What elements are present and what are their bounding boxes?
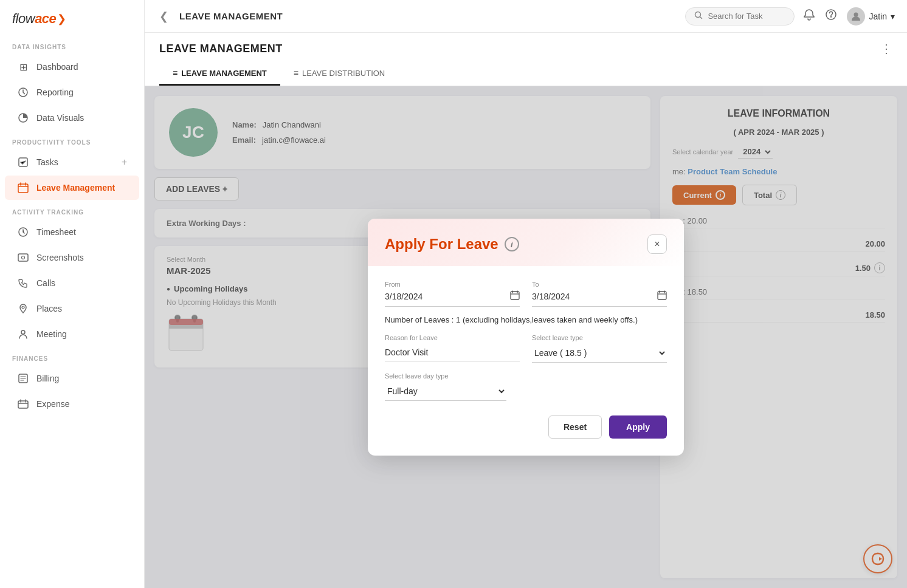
- svg-point-13: [854, 12, 858, 16]
- kebab-menu-button[interactable]: ⋮: [880, 41, 892, 56]
- calls-icon: [17, 277, 29, 289]
- sidebar-item-label: Dashboard: [36, 62, 78, 72]
- apply-button[interactable]: Apply: [609, 415, 667, 439]
- tab-label: LEAVE MANAGEMENT: [181, 69, 267, 78]
- day-type-field: Select leave day type Full-day: [385, 372, 506, 401]
- leave-type-select[interactable]: Leave ( 18.5 ): [532, 344, 667, 363]
- main-content: ❮ LEAVE MANAGEMENT Jatin ▾: [145, 0, 907, 588]
- sidebar-item-label: Places: [36, 304, 62, 313]
- modal-title: Apply For Leave: [385, 236, 498, 253]
- reason-type-row: Reason for Leave Select leave type Leave…: [385, 334, 667, 363]
- tab-icon: ≡: [294, 68, 298, 78]
- svg-point-7: [22, 306, 24, 309]
- notifications-icon[interactable]: [803, 9, 815, 24]
- tasks-icon: [17, 156, 29, 168]
- section-productivity: PRODUCTIVITY TOOLS: [0, 131, 144, 149]
- sidebar-item-label: Screenshots: [36, 253, 84, 262]
- search-input[interactable]: [708, 12, 787, 21]
- expense-icon: [17, 398, 29, 410]
- svg-point-8: [21, 330, 25, 334]
- leave-type-field: Select leave type Leave ( 18.5 ): [532, 334, 667, 363]
- svg-rect-31: [658, 292, 666, 299]
- from-calendar-icon[interactable]: [510, 290, 520, 303]
- svg-point-6: [22, 256, 25, 259]
- logo-bird-icon: ❯: [57, 12, 66, 26]
- user-dropdown-icon: ▾: [891, 12, 895, 21]
- modal-close-button[interactable]: ×: [647, 234, 667, 254]
- tasks-add-icon[interactable]: +: [122, 157, 127, 168]
- page-header-row: LEAVE MANAGEMENT ⋮: [159, 41, 892, 62]
- tab-icon: ≡: [173, 68, 178, 78]
- sidebar-item-billing[interactable]: Billing: [5, 366, 139, 391]
- svg-rect-10: [18, 401, 28, 408]
- sidebar-item-data-visuals[interactable]: Data Visuals: [5, 106, 139, 130]
- apply-leave-modal: Apply For Leave i × From: [368, 219, 684, 456]
- leave-management-icon: [17, 182, 29, 194]
- reason-field: Reason for Leave: [385, 334, 520, 363]
- to-label: To: [532, 281, 667, 288]
- sidebar-item-places[interactable]: Places: [5, 296, 139, 321]
- leave-count-text: Number of Leaves : 1 (excluding holidays…: [385, 315, 667, 324]
- modal-overlay[interactable]: Apply For Leave i × From: [145, 86, 907, 588]
- tab-leave-distribution[interactable]: ≡ LEAVE DISTRIBUTION: [280, 62, 398, 86]
- places-icon: [17, 303, 29, 315]
- modal-body: From To: [368, 266, 684, 456]
- to-date-input-row: [532, 290, 667, 307]
- dashboard-icon: ⊞: [17, 61, 29, 73]
- from-date-input[interactable]: [385, 292, 506, 301]
- sidebar-item-label: Expense: [36, 399, 69, 409]
- modal-header: Apply For Leave i ×: [368, 219, 684, 266]
- tab-label: LEAVE DISTRIBUTION: [302, 69, 385, 78]
- sidebar-item-label: Data Visuals: [36, 113, 84, 123]
- modal-title-row: Apply For Leave i: [385, 236, 519, 253]
- search-icon: [694, 11, 703, 22]
- search-bar[interactable]: [685, 7, 795, 26]
- day-type-select[interactable]: Full-day: [385, 382, 506, 401]
- tab-leave-management[interactable]: ≡ LEAVE MANAGEMENT: [159, 62, 280, 86]
- sidebar-item-dashboard[interactable]: ⊞ Dashboard: [5, 55, 139, 79]
- data-visuals-icon: [17, 112, 29, 124]
- sidebar-item-label: Leave Management: [36, 183, 115, 193]
- from-label: From: [385, 281, 520, 288]
- sidebar-item-meeting[interactable]: Meeting: [5, 322, 139, 346]
- logo-accent: ace: [35, 11, 56, 26]
- sidebar-item-screenshots[interactable]: Screenshots: [5, 245, 139, 270]
- sidebar-item-calls[interactable]: Calls: [5, 271, 139, 295]
- sidebar-collapse-button[interactable]: ❮: [157, 7, 171, 26]
- logo-area: flowace ❯: [0, 0, 144, 35]
- page-title: LEAVE MANAGEMENT: [179, 11, 677, 21]
- topbar: ❮ LEAVE MANAGEMENT Jatin ▾: [145, 0, 907, 33]
- modal-info-icon[interactable]: i: [505, 237, 519, 251]
- reason-input[interactable]: [385, 344, 520, 361]
- modal-footer: Reset Apply: [385, 415, 667, 439]
- sidebar-item-tasks[interactable]: Tasks +: [5, 150, 139, 174]
- apply-btn-label: Apply: [626, 422, 650, 432]
- sidebar-item-leave-management[interactable]: Leave Management: [5, 176, 139, 200]
- section-finances: FINANCES: [0, 347, 144, 366]
- page-header: LEAVE MANAGEMENT ⋮ ≡ LEAVE MANAGEMENT ≡ …: [145, 33, 907, 86]
- sidebar-item-expense[interactable]: Expense: [5, 392, 139, 416]
- reset-button[interactable]: Reset: [548, 415, 602, 439]
- date-row: From To: [385, 281, 667, 307]
- reset-btn-label: Reset: [564, 422, 587, 432]
- logo-text: flowace: [12, 11, 56, 27]
- sidebar-item-label: Meeting: [36, 329, 67, 339]
- help-icon[interactable]: [825, 9, 837, 24]
- content-area: JC Name: Jatin Chandwani Email: jatin.c@…: [145, 86, 907, 588]
- meeting-icon: [17, 328, 29, 340]
- sidebar-item-reporting[interactable]: Reporting: [5, 80, 139, 104]
- to-date-input[interactable]: [532, 292, 654, 301]
- from-date-input-row: [385, 290, 520, 307]
- topbar-icons: Jatin ▾: [803, 7, 895, 26]
- user-menu[interactable]: Jatin ▾: [847, 7, 895, 26]
- sidebar-item-timesheet[interactable]: Timesheet: [5, 220, 139, 244]
- day-type-row: Select leave day type Full-day: [385, 372, 667, 401]
- leave-type-label: Select leave type: [532, 334, 667, 341]
- to-date-field: To: [532, 281, 667, 307]
- to-calendar-icon[interactable]: [657, 290, 667, 303]
- reason-label: Reason for Leave: [385, 334, 520, 341]
- page-heading: LEAVE MANAGEMENT: [159, 43, 283, 55]
- timesheet-icon: [17, 226, 29, 238]
- section-activity: ACTIVITY TRACKING: [0, 200, 144, 219]
- sidebar-item-label: Timesheet: [36, 227, 76, 237]
